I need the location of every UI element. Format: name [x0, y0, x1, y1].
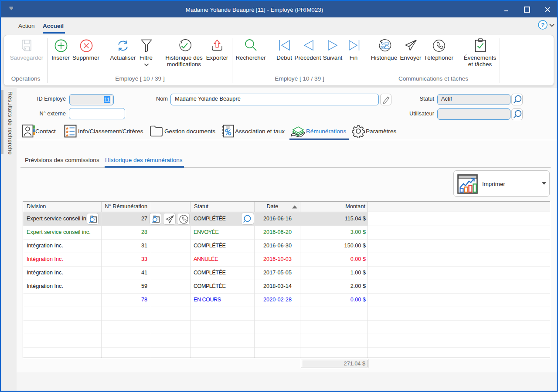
svg-text:?: ? [541, 22, 544, 28]
